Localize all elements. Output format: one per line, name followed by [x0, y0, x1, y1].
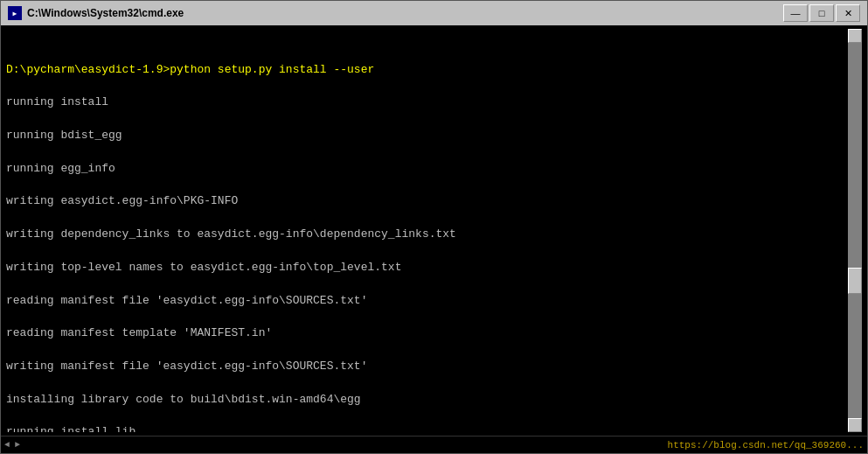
title-bar: C:\Windows\System32\cmd.exe — □ ✕	[1, 1, 867, 25]
console-line: writing dependency_links to easydict.egg…	[6, 227, 848, 243]
minimize-button[interactable]: —	[783, 4, 808, 22]
console-area[interactable]: D:\pycharm\easydict-1.9>python setup.py …	[1, 25, 867, 436]
console-line: writing easydict.egg-info\PKG-INFO	[6, 193, 848, 210]
scroll-up-button[interactable]: ▲	[848, 29, 862, 43]
console-line: writing top-level names to easydict.egg-…	[6, 260, 848, 276]
console-line: reading manifest file 'easydict.egg-info…	[6, 293, 848, 310]
title-bar-left: C:\Windows\System32\cmd.exe	[8, 6, 184, 20]
cmd-icon	[8, 6, 22, 20]
console-line: reading manifest template 'MANIFEST.in'	[6, 325, 848, 342]
status-link: https://blog.csdn.net/qq_369260...	[668, 440, 864, 451]
console-output: D:\pycharm\easydict-1.9>python setup.py …	[6, 29, 848, 432]
window-controls: — □ ✕	[783, 4, 860, 22]
console-line: running bdist_egg	[6, 128, 848, 144]
scrollbar-track[interactable]	[848, 43, 862, 418]
cmd-window: C:\Windows\System32\cmd.exe — □ ✕ D:\pyc…	[0, 0, 868, 454]
console-line: writing manifest file 'easydict.egg-info…	[6, 359, 848, 375]
console-line: installing library code to build\bdist.w…	[6, 392, 848, 409]
status-arrows: ◄ ►	[4, 440, 20, 450]
window-title: C:\Windows\System32\cmd.exe	[27, 7, 184, 19]
console-line: running install	[6, 94, 848, 111]
console-line: running egg_info	[6, 161, 848, 178]
status-bar: ◄ ► https://blog.csdn.net/qq_369260...	[1, 436, 867, 453]
scrollbar-thumb[interactable]	[848, 268, 862, 294]
console-line: running install_lib	[6, 424, 848, 432]
scroll-down-button[interactable]: ▼	[848, 418, 862, 432]
scrollbar[interactable]: ▲ ▼	[848, 29, 862, 432]
close-button[interactable]: ✕	[836, 4, 860, 22]
maximize-button[interactable]: □	[809, 4, 834, 22]
console-line: D:\pycharm\easydict-1.9>python setup.py …	[6, 62, 848, 79]
